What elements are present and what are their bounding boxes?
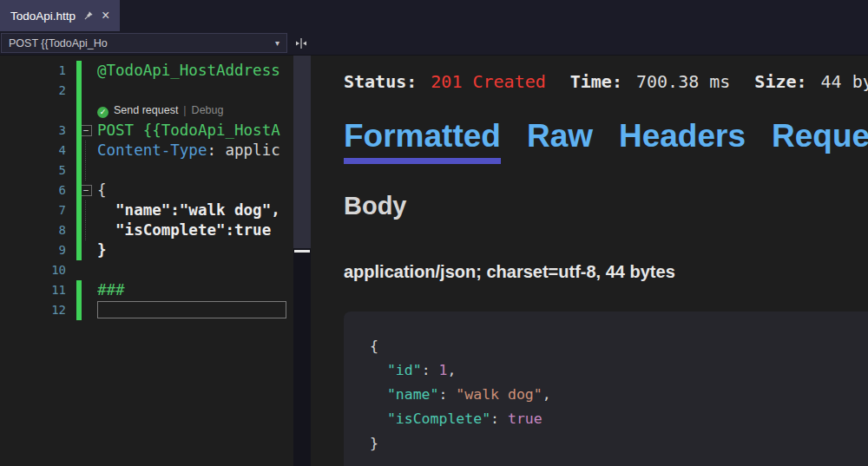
editor-line[interactable]: 6 − {	[0, 180, 293, 200]
line-number: 5	[0, 161, 75, 180]
toolbar-left: POST {{TodoApi_Ho ▾	[0, 31, 311, 55]
json-line: }	[370, 431, 859, 456]
editor-line[interactable]: 2	[0, 81, 293, 101]
time-value: 700.38 ms	[636, 71, 730, 92]
editor-line[interactable]: 9 }	[0, 240, 293, 260]
editor-line[interactable]: 3 − POST {{TodoApi_HostA	[0, 121, 293, 141]
code-text	[97, 300, 293, 320]
line-number: 8	[0, 220, 75, 240]
editor-scrollbar[interactable]	[293, 56, 311, 466]
line-number	[0, 101, 75, 121]
code-text: "isComplete":true	[97, 220, 293, 240]
code-text: "name":"walk dog",	[97, 200, 293, 220]
editor-line[interactable]: 7 "name":"walk dog",	[0, 200, 293, 220]
content-type-line: application/json; charset=utf-8, 44 byte…	[344, 262, 868, 282]
json-line: "name": "walk dog",	[370, 383, 859, 407]
editor-line[interactable]: 4 Content-Type: applic	[0, 141, 293, 161]
code-text	[97, 81, 293, 101]
size-label: Size:	[754, 71, 806, 92]
response-body-json: { "id": 1, "name": "walk dog", "isComple…	[344, 312, 868, 466]
tab-todoapi-http[interactable]: TodoApi.http ×	[0, 0, 120, 31]
code-text: Content-Type: applic	[97, 141, 293, 161]
response-pane: Status:201 CreatedTime:700.38 msSize:44 …	[311, 56, 868, 466]
size-value: 44 bytes	[821, 71, 868, 92]
scrollbar-caret-marker	[294, 250, 310, 253]
line-number: 12	[0, 300, 75, 320]
json-line: "id": 1,	[370, 358, 859, 383]
code-text: POST {{TodoApi_HostA	[97, 121, 293, 141]
editor-line[interactable]: 8 "isComplete":true	[0, 220, 293, 240]
editor-line[interactable]: 1 @TodoApi_HostAddress	[0, 61, 293, 81]
tab-formatted[interactable]: Formatted	[344, 118, 501, 164]
request-selector-dropdown[interactable]: POST {{TodoApi_Ho ▾	[1, 33, 287, 53]
code-text: {	[97, 180, 293, 200]
chevron-down-icon: ▾	[270, 38, 279, 48]
code-text	[97, 260, 293, 280]
fold-collapse-icon[interactable]: −	[81, 125, 92, 136]
body-heading: Body	[344, 192, 868, 220]
fold-collapse-icon[interactable]: −	[81, 185, 92, 196]
debug-link[interactable]: Debug	[192, 104, 224, 116]
line-number: 10	[0, 260, 75, 280]
gutter	[75, 260, 97, 280]
tab-bar: TodoApi.http ×	[0, 0, 868, 31]
status-value: 201 Created	[431, 71, 545, 92]
editor-line[interactable]: 5	[0, 161, 293, 180]
line-number: 4	[0, 141, 75, 161]
code-text: @TodoApi_HostAddress	[97, 61, 293, 81]
request-selector-value: POST {{TodoApi_Ho	[9, 37, 108, 49]
response-status-row: Status:201 CreatedTime:700.38 msSize:44 …	[344, 71, 868, 92]
time-label: Time:	[570, 71, 622, 92]
send-request-link[interactable]: Send request	[114, 104, 178, 116]
tab-request[interactable]: Request	[772, 118, 868, 164]
line-number: 9	[0, 240, 75, 260]
pin-icon[interactable]	[83, 10, 94, 21]
line-number: 7	[0, 200, 75, 220]
tab-raw[interactable]: Raw	[527, 118, 593, 164]
line-number: 2	[0, 81, 75, 101]
json-line: "isComplete": true	[370, 407, 859, 431]
codelens-row: ✓Send request|Debug	[0, 101, 293, 121]
code-text: ###	[97, 280, 293, 300]
codelens-content: ✓Send request|Debug	[97, 101, 293, 121]
editor-line[interactable]: 11 ###	[0, 280, 293, 300]
main-area: 1 @TodoApi_HostAddress 2 ✓Send request|D…	[0, 56, 868, 466]
code-text	[97, 161, 293, 180]
tab-title: TodoApi.http	[10, 10, 76, 23]
editor-line[interactable]: 12	[0, 300, 293, 320]
editor-toolbar: POST {{TodoApi_Ho ▾	[0, 31, 868, 56]
scrollbar-thumb[interactable]	[293, 56, 311, 248]
check-circle-icon: ✓	[97, 107, 108, 118]
tab-headers[interactable]: Headers	[619, 118, 746, 164]
line-number: 11	[0, 280, 75, 300]
track-changes-bar	[76, 280, 82, 320]
line-number: 6	[0, 180, 75, 200]
split-view-icon[interactable]	[294, 36, 308, 50]
editor-line[interactable]: 10	[0, 260, 293, 280]
json-line: {	[370, 334, 859, 358]
status-label: Status:	[344, 71, 417, 92]
http-editor-pane[interactable]: 1 @TodoApi_HostAddress 2 ✓Send request|D…	[0, 56, 311, 466]
response-tabs: Formatted Raw Headers Request	[344, 118, 868, 164]
codelens-separator: |	[183, 104, 186, 116]
code-text: }	[97, 240, 293, 260]
line-number: 1	[0, 61, 75, 81]
close-icon[interactable]: ×	[102, 9, 109, 23]
vs-http-editor-window: TodoApi.http × POST {{TodoApi_Ho ▾ 1 @To…	[0, 0, 868, 466]
current-line-indicator	[97, 301, 286, 318]
line-number: 3	[0, 121, 75, 141]
track-changes-bar	[76, 61, 82, 260]
